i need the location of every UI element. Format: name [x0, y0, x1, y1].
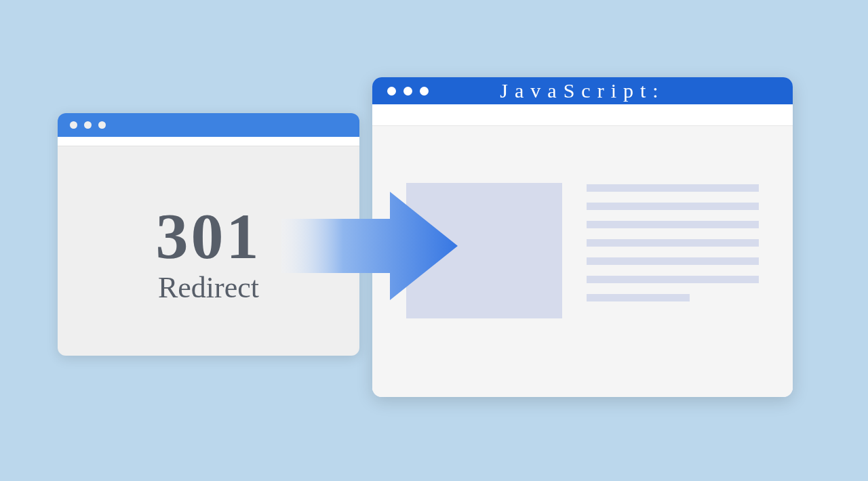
placeholder-line: [587, 221, 759, 228]
source-window-content: 301 Redirect: [58, 146, 359, 305]
redirect-status-code: 301: [58, 204, 359, 269]
window-control-dot-icon: [420, 87, 429, 96]
target-browser-window: JavaScript:: [372, 77, 793, 397]
placeholder-line: [587, 276, 759, 283]
placeholder-line: [587, 184, 759, 192]
window-control-dot-icon: [70, 121, 77, 129]
target-window-toolbar: [372, 104, 793, 126]
source-window-titlebar: [58, 113, 359, 137]
window-control-dot-icon: [84, 121, 92, 129]
placeholder-line: [587, 239, 759, 247]
placeholder-line: [587, 257, 759, 265]
target-window-title: JavaScript:: [372, 79, 793, 102]
target-window-titlebar: JavaScript:: [372, 77, 793, 104]
text-placeholder-lines: [587, 183, 759, 370]
placeholder-line: [587, 294, 690, 301]
window-control-dot-icon: [403, 87, 412, 96]
window-controls: [387, 87, 429, 96]
window-control-dot-icon: [98, 121, 106, 129]
redirect-label: Redirect: [58, 270, 359, 305]
source-browser-window: 301 Redirect: [58, 113, 359, 356]
placeholder-line: [587, 203, 759, 210]
target-window-body: [372, 126, 793, 397]
window-control-dot-icon: [387, 87, 396, 96]
source-window-toolbar: [58, 137, 359, 146]
image-placeholder: [406, 183, 562, 318]
